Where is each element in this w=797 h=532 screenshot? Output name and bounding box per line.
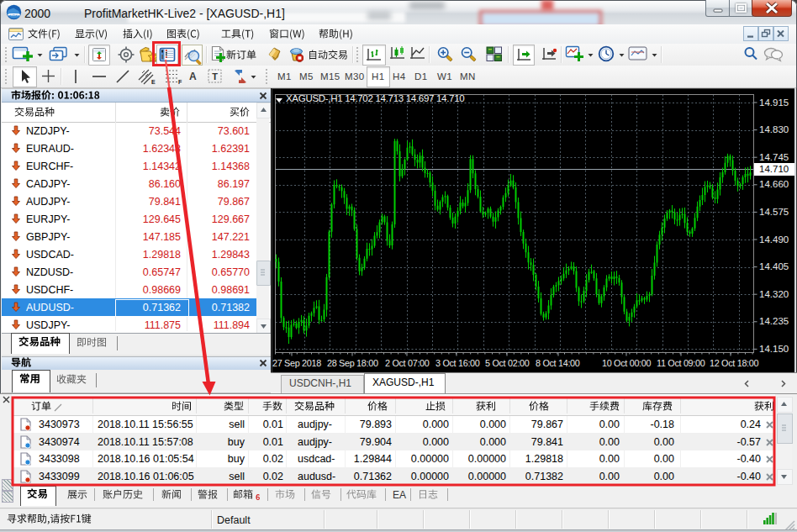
svg-text:E: E <box>151 79 156 85</box>
svg-text:F: F <box>178 79 182 85</box>
svg-text:PROFIT: PROFIT <box>8 13 19 17</box>
svg-text:T: T <box>212 71 218 82</box>
